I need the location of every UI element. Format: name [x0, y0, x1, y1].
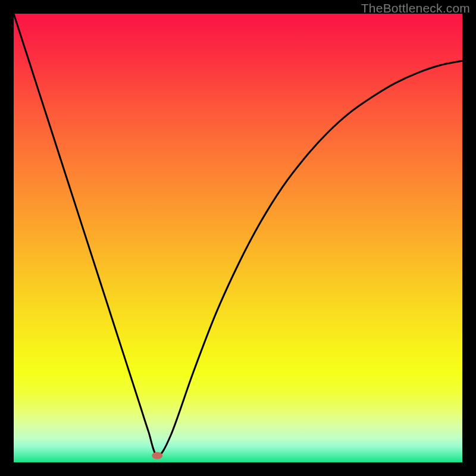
minimum-marker: [152, 452, 162, 459]
chart-frame: TheBottleneck.com: [0, 0, 476, 476]
bottleneck-chart: [14, 14, 462, 462]
plot-area: [14, 14, 462, 462]
gradient-background: [14, 14, 462, 462]
